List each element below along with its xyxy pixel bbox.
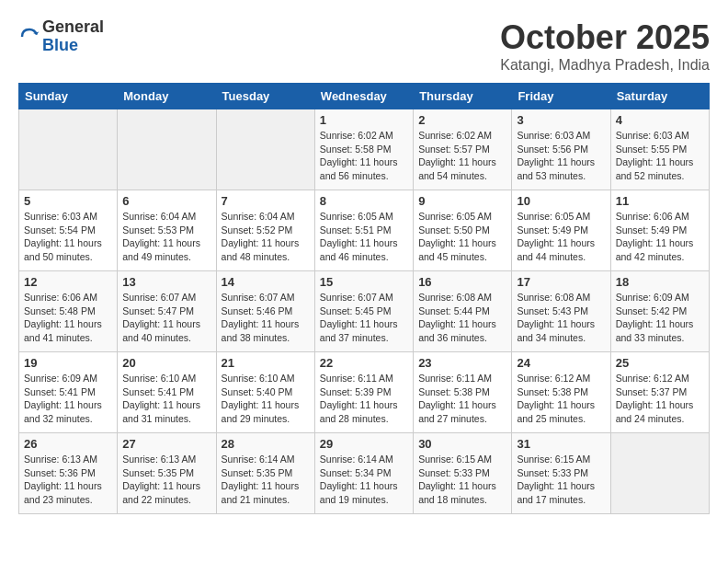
calendar-cell: 5Sunrise: 6:03 AMSunset: 5:54 PMDaylight… (19, 190, 118, 271)
day-number: 29 (320, 437, 408, 451)
day-number: 30 (418, 437, 506, 451)
day-number: 25 (616, 356, 704, 370)
cell-content: Sunrise: 6:08 AMSunset: 5:44 PMDaylight:… (418, 291, 506, 345)
day-number: 18 (616, 275, 704, 289)
day-number: 12 (24, 275, 112, 289)
day-number: 24 (517, 356, 605, 370)
cell-content: Sunrise: 6:09 AMSunset: 5:41 PMDaylight:… (24, 372, 112, 426)
calendar-subtitle: Katangi, Madhya Pradesh, India (500, 57, 710, 74)
day-number: 10 (517, 194, 605, 208)
calendar-cell: 8Sunrise: 6:05 AMSunset: 5:51 PMDaylight… (314, 190, 413, 271)
cell-content: Sunrise: 6:07 AMSunset: 5:46 PMDaylight:… (222, 291, 310, 345)
calendar-cell: 11Sunrise: 6:06 AMSunset: 5:49 PMDayligh… (610, 190, 709, 271)
calendar-cell: 10Sunrise: 6:05 AMSunset: 5:49 PMDayligh… (512, 190, 610, 271)
calendar-week-row: 19Sunrise: 6:09 AMSunset: 5:41 PMDayligh… (19, 352, 710, 433)
cell-content: Sunrise: 6:14 AMSunset: 5:35 PMDaylight:… (222, 453, 310, 507)
cell-content: Sunrise: 6:04 AMSunset: 5:52 PMDaylight:… (222, 210, 310, 264)
calendar-cell: 16Sunrise: 6:08 AMSunset: 5:44 PMDayligh… (414, 271, 512, 352)
day-number: 11 (616, 194, 704, 208)
calendar-cell: 28Sunrise: 6:14 AMSunset: 5:35 PMDayligh… (216, 433, 314, 514)
logo-icon (18, 26, 40, 48)
day-number: 20 (122, 356, 210, 370)
day-number: 28 (222, 437, 310, 451)
cell-content: Sunrise: 6:11 AMSunset: 5:38 PMDaylight:… (418, 372, 506, 426)
weekday-header-tuesday: Tuesday (216, 84, 314, 109)
calendar-cell: 17Sunrise: 6:08 AMSunset: 5:43 PMDayligh… (512, 271, 610, 352)
day-number: 17 (517, 275, 605, 289)
calendar-cell: 14Sunrise: 6:07 AMSunset: 5:46 PMDayligh… (216, 271, 314, 352)
day-number: 1 (320, 113, 408, 127)
calendar-title: October 2025 (500, 18, 710, 57)
title-block: October 2025 Katangi, Madhya Pradesh, In… (500, 18, 710, 74)
calendar-cell: 4Sunrise: 6:03 AMSunset: 5:55 PMDaylight… (610, 109, 709, 190)
cell-content: Sunrise: 6:14 AMSunset: 5:34 PMDaylight:… (320, 453, 408, 507)
calendar-cell: 20Sunrise: 6:10 AMSunset: 5:41 PMDayligh… (118, 352, 216, 433)
calendar-cell: 2Sunrise: 6:02 AMSunset: 5:57 PMDaylight… (414, 109, 512, 190)
cell-content: Sunrise: 6:05 AMSunset: 5:51 PMDaylight:… (320, 210, 408, 264)
calendar-cell (19, 109, 118, 190)
cell-content: Sunrise: 6:13 AMSunset: 5:36 PMDaylight:… (24, 453, 112, 507)
day-number: 5 (24, 194, 112, 208)
calendar-week-row: 5Sunrise: 6:03 AMSunset: 5:54 PMDaylight… (19, 190, 710, 271)
cell-content: Sunrise: 6:09 AMSunset: 5:42 PMDaylight:… (616, 291, 704, 345)
cell-content: Sunrise: 6:02 AMSunset: 5:57 PMDaylight:… (418, 129, 506, 183)
logo: General Blue (18, 18, 104, 55)
cell-content: Sunrise: 6:04 AMSunset: 5:53 PMDaylight:… (122, 210, 210, 264)
day-number: 9 (418, 194, 506, 208)
calendar-cell: 25Sunrise: 6:12 AMSunset: 5:37 PMDayligh… (610, 352, 709, 433)
cell-content: Sunrise: 6:13 AMSunset: 5:35 PMDaylight:… (122, 453, 210, 507)
cell-content: Sunrise: 6:15 AMSunset: 5:33 PMDaylight:… (517, 453, 605, 507)
cell-content: Sunrise: 6:11 AMSunset: 5:39 PMDaylight:… (320, 372, 408, 426)
weekday-header-monday: Monday (118, 84, 216, 109)
weekday-header-row: SundayMondayTuesdayWednesdayThursdayFrid… (19, 84, 710, 109)
cell-content: Sunrise: 6:10 AMSunset: 5:41 PMDaylight:… (122, 372, 210, 426)
day-number: 26 (24, 437, 112, 451)
day-number: 15 (320, 275, 408, 289)
cell-content: Sunrise: 6:05 AMSunset: 5:50 PMDaylight:… (418, 210, 506, 264)
calendar-cell: 31Sunrise: 6:15 AMSunset: 5:33 PMDayligh… (512, 433, 610, 514)
cell-content: Sunrise: 6:02 AMSunset: 5:58 PMDaylight:… (320, 129, 408, 183)
calendar-cell: 3Sunrise: 6:03 AMSunset: 5:56 PMDaylight… (512, 109, 610, 190)
cell-content: Sunrise: 6:15 AMSunset: 5:33 PMDaylight:… (418, 453, 506, 507)
cell-content: Sunrise: 6:10 AMSunset: 5:40 PMDaylight:… (222, 372, 310, 426)
cell-content: Sunrise: 6:03 AMSunset: 5:56 PMDaylight:… (517, 129, 605, 183)
day-number: 13 (122, 275, 210, 289)
cell-content: Sunrise: 6:03 AMSunset: 5:55 PMDaylight:… (616, 129, 704, 183)
calendar-cell: 13Sunrise: 6:07 AMSunset: 5:47 PMDayligh… (118, 271, 216, 352)
calendar-cell: 21Sunrise: 6:10 AMSunset: 5:40 PMDayligh… (216, 352, 314, 433)
cell-content: Sunrise: 6:12 AMSunset: 5:38 PMDaylight:… (517, 372, 605, 426)
day-number: 16 (418, 275, 506, 289)
calendar-cell: 18Sunrise: 6:09 AMSunset: 5:42 PMDayligh… (610, 271, 709, 352)
cell-content: Sunrise: 6:05 AMSunset: 5:49 PMDaylight:… (517, 210, 605, 264)
calendar-week-row: 26Sunrise: 6:13 AMSunset: 5:36 PMDayligh… (19, 433, 710, 514)
day-number: 14 (222, 275, 310, 289)
weekday-header-thursday: Thursday (414, 84, 512, 109)
day-number: 22 (320, 356, 408, 370)
calendar-cell: 6Sunrise: 6:04 AMSunset: 5:53 PMDaylight… (118, 190, 216, 271)
day-number: 7 (222, 194, 310, 208)
calendar-cell: 12Sunrise: 6:06 AMSunset: 5:48 PMDayligh… (19, 271, 118, 352)
day-number: 23 (418, 356, 506, 370)
calendar-cell: 9Sunrise: 6:05 AMSunset: 5:50 PMDaylight… (414, 190, 512, 271)
day-number: 8 (320, 194, 408, 208)
day-number: 2 (418, 113, 506, 127)
logo-blue-text: Blue (42, 37, 104, 55)
cell-content: Sunrise: 6:07 AMSunset: 5:47 PMDaylight:… (122, 291, 210, 345)
calendar-cell: 1Sunrise: 6:02 AMSunset: 5:58 PMDaylight… (314, 109, 413, 190)
day-number: 21 (222, 356, 310, 370)
calendar-cell: 7Sunrise: 6:04 AMSunset: 5:52 PMDaylight… (216, 190, 314, 271)
calendar-cell: 15Sunrise: 6:07 AMSunset: 5:45 PMDayligh… (314, 271, 413, 352)
cell-content: Sunrise: 6:03 AMSunset: 5:54 PMDaylight:… (24, 210, 112, 264)
calendar-cell: 22Sunrise: 6:11 AMSunset: 5:39 PMDayligh… (314, 352, 413, 433)
page-header: General Blue October 2025 Katangi, Madhy… (18, 18, 710, 74)
calendar-cell (610, 433, 709, 514)
calendar-cell (118, 109, 216, 190)
calendar-cell: 29Sunrise: 6:14 AMSunset: 5:34 PMDayligh… (314, 433, 413, 514)
calendar-week-row: 1Sunrise: 6:02 AMSunset: 5:58 PMDaylight… (19, 109, 710, 190)
calendar-table: SundayMondayTuesdayWednesdayThursdayFrid… (18, 83, 710, 514)
calendar-cell: 19Sunrise: 6:09 AMSunset: 5:41 PMDayligh… (19, 352, 118, 433)
weekday-header-sunday: Sunday (19, 84, 118, 109)
calendar-week-row: 12Sunrise: 6:06 AMSunset: 5:48 PMDayligh… (19, 271, 710, 352)
calendar-cell (216, 109, 314, 190)
cell-content: Sunrise: 6:12 AMSunset: 5:37 PMDaylight:… (616, 372, 704, 426)
